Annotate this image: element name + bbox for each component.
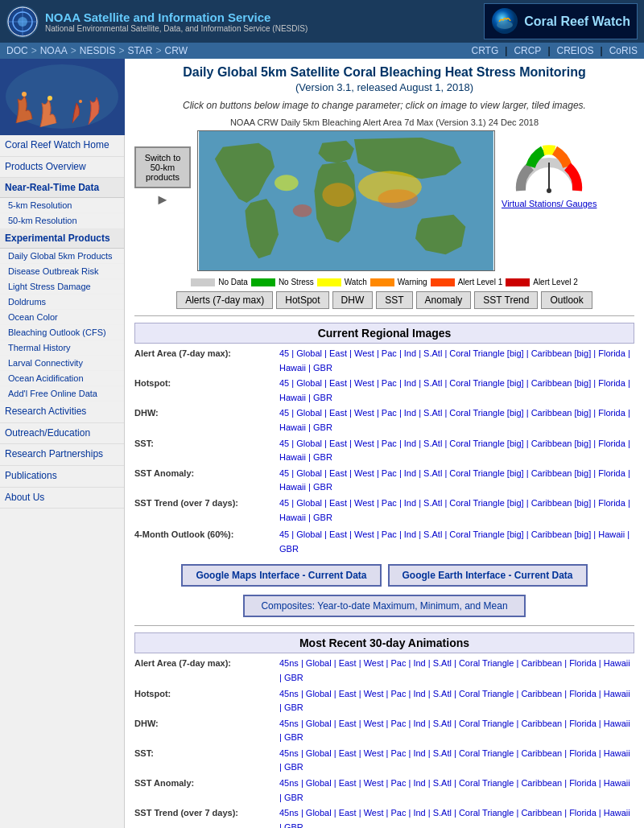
anomaly-button[interactable]: Anomaly: [416, 291, 472, 309]
sidebar-sub-addl[interactable]: Add'l Free Online Data: [0, 386, 124, 402]
table-row: Alert Area (7-day max): 45 | Global | Ea…: [134, 347, 634, 375]
link-ind[interactable]: Ind: [404, 348, 416, 358]
sidebar-item-publications[interactable]: Publications: [0, 466, 124, 488]
param-buttons-row: Alerts (7-day max) HotSpot DHW SST Anoma…: [134, 291, 634, 309]
svg-point-13: [275, 175, 299, 191]
sst-trend-button[interactable]: SST Trend: [474, 291, 538, 309]
table-row: SST Anomaly: 45ns | Global | East | West…: [134, 777, 634, 805]
sidebar-sub-light[interactable]: Light Stress Damage: [0, 279, 124, 295]
link-hawaii[interactable]: Hawaii: [279, 363, 306, 373]
row-label: Hotspot:: [134, 687, 279, 702]
world-map-image[interactable]: [197, 130, 495, 271]
row-links: 45ns | Global | East | West | Pac | Ind …: [279, 806, 634, 828]
sidebar-sub-disease[interactable]: Disease Outbreak Risk: [0, 264, 124, 279]
sidebar-sub-bleaching[interactable]: Bleaching Outlook (CFS): [0, 325, 124, 340]
table-row: DHW: 45 | Global | East | West | Pac | I…: [134, 406, 634, 435]
noaa-title: NOAA Satellite and Information Service: [45, 10, 308, 24]
sidebar-sub-ocean-acid[interactable]: Ocean Acidification: [0, 371, 124, 386]
row-label: Hotspot:: [134, 377, 279, 391]
row-label: SST Anomaly:: [134, 777, 279, 791]
sidebar-sub-ocean-color[interactable]: Ocean Color: [0, 310, 124, 325]
nav-doc[interactable]: DOC: [6, 45, 28, 56]
alerts-button[interactable]: Alerts (7-day max): [176, 291, 273, 309]
row-links: 45ns | Global | East | West | Pac | Ind …: [279, 747, 634, 775]
table-row: Hotspot: 45ns | Global | East | West | P…: [134, 687, 634, 715]
link-gbr[interactable]: GBR: [313, 363, 332, 373]
row-links: 45ns | Global | East | West | Pac | Ind …: [279, 657, 634, 685]
row-links: 45 | Global | East | West | Pac | Ind | …: [279, 347, 634, 375]
nav-nesdis[interactable]: NESDIS: [80, 45, 116, 56]
sidebar-sub-5km[interactable]: 5-km Resolution: [0, 198, 124, 213]
table-row: SST: 45 | Global | East | West | Pac | I…: [134, 437, 634, 465]
link-east[interactable]: East: [329, 348, 347, 358]
link-pac[interactable]: Pac: [382, 348, 397, 358]
table-row: SST: 45ns | Global | East | West | Pac |…: [134, 747, 634, 775]
legend-gauge-container: Virtual Stations/ Gauges: [502, 130, 597, 208]
nav-crtg[interactable]: CRTG: [471, 45, 498, 56]
svg-point-15: [293, 204, 312, 217]
sidebar-sub-50km[interactable]: 50-km Resolution: [0, 213, 124, 229]
arrow-indicator: ►: [155, 192, 170, 208]
sidebar-sub-thermal[interactable]: Thermal History: [0, 340, 124, 356]
nav-crcp[interactable]: CRCP: [514, 45, 541, 56]
row-label: SST Trend (over 7 days):: [134, 806, 279, 821]
svg-point-17: [547, 188, 551, 193]
link-west[interactable]: West: [354, 348, 374, 358]
sidebar-item-partnerships[interactable]: Research Partnerships: [0, 444, 124, 466]
sidebar-item-outreach[interactable]: Outreach/Education: [0, 423, 124, 445]
table-row: SST Trend (over 7 days): 45 | Global | E…: [134, 496, 634, 525]
hotspot-button[interactable]: HotSpot: [276, 291, 328, 309]
link-global[interactable]: Global: [296, 348, 322, 358]
sst-button[interactable]: SST: [376, 291, 412, 309]
google-earth-button[interactable]: Google Earth Interface - Current Data: [388, 564, 588, 587]
switch-btn-container: Switch to 50-km products ►: [134, 130, 191, 208]
header: NOAA Satellite and Information Service N…: [0, 0, 644, 43]
table-row: SST Trend (over 7 days): 45ns | Global |…: [134, 806, 634, 828]
outlook-button[interactable]: Outlook: [541, 291, 592, 309]
sidebar-item-crw-home[interactable]: Coral Reef Watch Home: [0, 135, 124, 157]
row-label: DHW:: [134, 717, 279, 731]
nav-coris[interactable]: CoRIS: [609, 45, 638, 56]
nav-crw[interactable]: CRW: [165, 45, 188, 56]
sidebar-sub-5km-products[interactable]: Daily Global 5km Products: [0, 249, 124, 264]
switch-products-button[interactable]: Switch to 50-km products: [134, 146, 191, 188]
sidebar-sub-larval[interactable]: Larval Connectivity: [0, 356, 124, 371]
virtual-stations-link[interactable]: Virtual Stations/ Gauges: [502, 199, 597, 208]
link-satl[interactable]: S.Atl: [423, 348, 442, 358]
link-ct[interactable]: Coral Triangle [big]: [449, 348, 523, 358]
sidebar-header-nrt: Near-Real-Time Data: [0, 178, 124, 198]
google-maps-button[interactable]: Google Maps Interface - Current Data: [181, 564, 381, 587]
sidebar-header-exp: Experimental Products: [0, 229, 124, 249]
table-row: SST Anomaly: 45 | Global | East | West |…: [134, 467, 634, 495]
legend-row: No Data No Stress Watch Warning Alert Le…: [134, 278, 634, 286]
sidebar-item-about[interactable]: About Us: [0, 488, 124, 509]
sidebar-item-products-overview[interactable]: Products Overview: [0, 157, 124, 179]
click-info: Click on buttons below image to change p…: [134, 100, 634, 111]
page-subtitle: (Version 3.1, released August 1, 2018): [134, 81, 634, 93]
row-label: SST Trend (over 7 days):: [134, 496, 279, 511]
link-florida[interactable]: Florida: [598, 348, 625, 358]
sidebar: Coral Reef Watch Home Products Overview …: [0, 59, 125, 828]
composites-button[interactable]: Composites: Year-to-date Maximum, Minimu…: [243, 595, 525, 617]
nav-creios[interactable]: CREIOS: [557, 45, 594, 56]
link-carib[interactable]: Caribbean [big]: [531, 348, 592, 358]
table-row: Alert Area (7-day max): 45ns | Global | …: [134, 657, 634, 685]
sidebar-item-research[interactable]: Research Activities: [0, 402, 124, 423]
crw-icon: [491, 7, 519, 35]
row-label: SST Anomaly:: [134, 467, 279, 481]
row-label: SST:: [134, 747, 279, 761]
link-45[interactable]: 45: [279, 348, 289, 358]
animations-30day-rows: Alert Area (7-day max): 45ns | Global | …: [134, 657, 634, 828]
current-regional-rows: Alert Area (7-day max): 45 | Global | Ea…: [134, 347, 634, 556]
nav-noaa[interactable]: NOAA: [40, 45, 68, 56]
bleaching-gauge: [513, 138, 585, 199]
table-row: Hotspot: 45 | Global | East | West | Pac…: [134, 377, 634, 405]
noaa-logo: [6, 6, 39, 38]
row-links: 45 | Global | East | West | Pac | Ind | …: [279, 406, 634, 435]
svg-point-9: [79, 100, 82, 103]
sidebar-sub-doldrums[interactable]: Doldrums: [0, 295, 124, 310]
dhw-button[interactable]: DHW: [332, 291, 374, 309]
nav-star[interactable]: STAR: [127, 45, 152, 56]
table-row: DHW: 45ns | Global | East | West | Pac |…: [134, 717, 634, 745]
row-label: 4-Month Outlook (60%):: [134, 528, 279, 542]
